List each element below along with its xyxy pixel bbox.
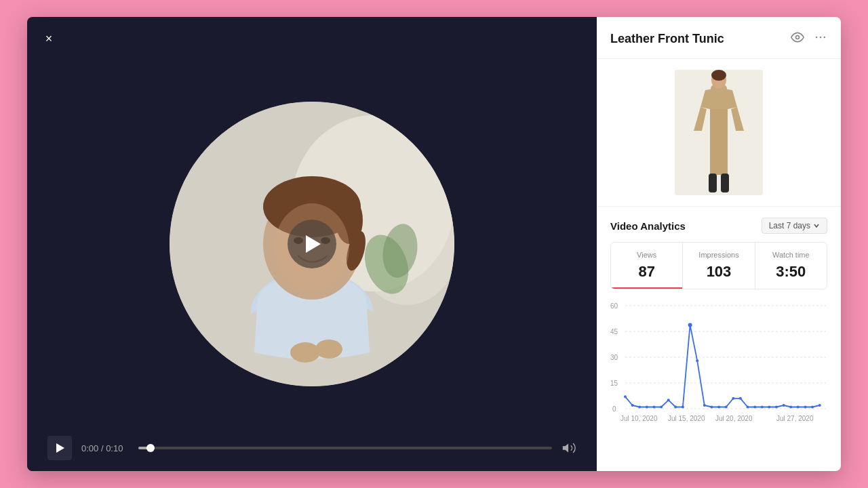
product-title: Leather Front Tunic [610, 32, 724, 46]
svg-point-54 [739, 397, 742, 400]
svg-point-57 [761, 406, 764, 409]
close-button[interactable]: × [39, 29, 58, 48]
svg-point-40 [638, 406, 641, 409]
views-value: 87 [616, 263, 677, 281]
impressions-label: Impressions [688, 251, 749, 259]
svg-point-46 [682, 406, 684, 409]
circular-video [170, 102, 454, 386]
svg-text:30: 30 [610, 354, 618, 361]
svg-point-43 [660, 406, 663, 409]
play-button[interactable] [288, 220, 336, 268]
svg-point-16 [290, 342, 320, 363]
product-image [675, 70, 763, 195]
video-controls: 0:00 / 0:10 [27, 425, 597, 471]
svg-rect-25 [721, 174, 729, 192]
svg-point-51 [717, 406, 720, 409]
stat-views: Views 87 [611, 243, 683, 289]
chart-area: 60 45 30 15 0 [610, 299, 827, 434]
svg-point-64 [811, 406, 814, 409]
svg-rect-24 [709, 174, 717, 192]
svg-point-62 [797, 406, 800, 409]
main-container: × [27, 17, 841, 471]
svg-point-60 [783, 404, 785, 407]
chart-svg: 60 45 30 15 0 [610, 299, 827, 434]
svg-point-55 [747, 406, 749, 409]
video-panel: × [27, 17, 597, 471]
svg-text:Jul 10, 2020: Jul 10, 2020 [620, 415, 658, 422]
svg-point-47 [688, 323, 692, 327]
play-icon [306, 235, 321, 253]
svg-point-27 [711, 70, 726, 81]
stats-row: Views 87 Impressions 103 Watch time 3:50 [610, 242, 827, 289]
svg-text:15: 15 [610, 380, 618, 387]
svg-text:Jul 15, 2020: Jul 15, 2020 [668, 415, 705, 422]
svg-point-52 [725, 406, 728, 409]
time-display: 0:00 / 0:10 [81, 443, 129, 453]
analytics-title: Video Analytics [610, 220, 686, 232]
svg-point-49 [703, 404, 706, 407]
progress-handle[interactable] [146, 444, 155, 452]
svg-text:Jul 20, 2020: Jul 20, 2020 [715, 415, 753, 422]
svg-text:Jul 27, 2020: Jul 27, 2020 [776, 415, 814, 422]
svg-point-58 [768, 406, 770, 409]
control-play-button[interactable] [47, 436, 72, 460]
watchtime-label: Watch time [761, 251, 821, 259]
eye-icon[interactable] [791, 30, 804, 47]
svg-point-19 [816, 37, 818, 39]
watchtime-value: 3:50 [761, 263, 821, 281]
svg-point-53 [732, 397, 734, 400]
svg-text:45: 45 [610, 328, 618, 336]
product-svg [675, 70, 763, 195]
svg-text:60: 60 [610, 302, 618, 310]
svg-point-59 [775, 406, 778, 409]
svg-point-20 [820, 37, 822, 39]
svg-point-38 [624, 395, 627, 398]
svg-point-21 [824, 37, 826, 39]
date-filter-label: Last 7 days [769, 221, 810, 230]
impressions-value: 103 [688, 263, 749, 281]
progress-bar[interactable] [138, 447, 552, 449]
video-content [27, 41, 597, 447]
svg-point-39 [631, 404, 634, 407]
svg-point-61 [789, 406, 792, 409]
svg-point-65 [818, 404, 821, 407]
svg-point-42 [653, 406, 656, 409]
svg-point-41 [646, 406, 648, 409]
product-image-container [597, 59, 841, 207]
svg-point-44 [667, 399, 670, 401]
views-label: Views [616, 251, 677, 259]
more-options-icon[interactable] [814, 30, 827, 47]
svg-point-56 [753, 406, 756, 409]
header-icons [791, 30, 827, 47]
volume-button[interactable] [561, 441, 576, 455]
analytics-header: Video Analytics Last 7 days [610, 218, 827, 234]
control-play-icon [56, 443, 64, 453]
stat-impressions: Impressions 103 [683, 243, 755, 289]
stat-watchtime: Watch time 3:50 [755, 243, 827, 289]
svg-point-18 [796, 36, 800, 39]
svg-point-50 [710, 406, 713, 409]
analytics-panel: Leather Front Tunic [597, 17, 841, 471]
panel-header: Leather Front Tunic [597, 17, 841, 59]
date-filter-button[interactable]: Last 7 days [762, 218, 827, 234]
svg-point-63 [804, 406, 807, 409]
svg-point-17 [315, 340, 342, 359]
svg-text:0: 0 [612, 405, 616, 413]
svg-point-48 [696, 359, 698, 362]
chart-container: 60 45 30 15 0 [597, 299, 841, 445]
svg-point-45 [674, 406, 677, 409]
analytics-section: Video Analytics Last 7 days Views 87 Imp… [597, 207, 841, 299]
